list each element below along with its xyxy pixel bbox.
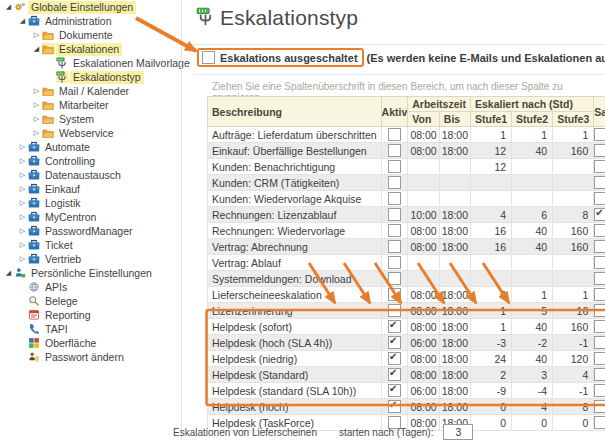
tree-item-einkauf[interactable]: ▷ Einkauf <box>0 182 181 196</box>
cell-von[interactable] <box>408 191 440 207</box>
cell-bis[interactable]: 18:00 <box>439 127 470 143</box>
cell-stufe3[interactable]: 16 <box>553 303 594 319</box>
aktiv-checkbox[interactable] <box>388 176 401 189</box>
cell-stufe2[interactable]: 6 <box>512 207 553 223</box>
cell-stufe1[interactable] <box>470 175 511 191</box>
cell-aktiv-checkbox[interactable] <box>381 303 408 319</box>
cell-stufe3[interactable]: 0 <box>553 415 594 431</box>
tree-item-passwort-ändern[interactable]: Passwort ändern <box>0 350 181 364</box>
table-row[interactable]: Lizenzerinnerung 08:00 18:00 1 5 16 Betr… <box>208 303 605 319</box>
tree-item-ticket[interactable]: ▷ Ticket <box>0 238 181 252</box>
cell-aktiv-checkbox[interactable] <box>381 255 408 271</box>
cell-stufe3[interactable] <box>553 271 594 287</box>
aktiv-checkbox[interactable] <box>388 384 401 397</box>
sa-checkbox[interactable] <box>594 336 605 349</box>
sa-checkbox[interactable] <box>594 320 605 333</box>
cell-von[interactable] <box>408 175 440 191</box>
cell-bis[interactable] <box>439 255 470 271</box>
cell-stufe1[interactable]: 2 <box>470 367 511 383</box>
cell-aktiv-checkbox[interactable] <box>381 351 408 367</box>
cell-sa-checkbox[interactable] <box>594 335 605 351</box>
aktiv-checkbox[interactable] <box>388 160 401 173</box>
tree-item-mycentron[interactable]: ▷ MyCentron <box>0 210 181 224</box>
col-header-aktiv[interactable]: Aktiv <box>381 97 408 127</box>
tree-item-eskalationen-mailvorlage[interactable]: Eskalationen Mailvorlage <box>0 56 181 70</box>
aktiv-checkbox[interactable] <box>388 208 401 221</box>
cell-aktiv-checkbox[interactable] <box>381 207 408 223</box>
table-row[interactable]: Vertrag: Abrechnung 08:00 18:00 16 40 16… <box>208 239 605 255</box>
table-row[interactable]: Kunden: Wiedervorlage Akquise Betrieb <box>208 191 605 207</box>
expander-icon[interactable]: ▷ <box>17 196 28 210</box>
cell-stufe1[interactable]: 16 <box>470 223 511 239</box>
expander-icon[interactable]: ◢ <box>3 0 14 14</box>
cell-von[interactable] <box>408 271 440 287</box>
cell-bis[interactable]: 18:00 <box>439 367 470 383</box>
table-row[interactable]: Aufträge: Lieferdatum überschritten 08:0… <box>208 127 605 143</box>
table-row[interactable]: Lieferscheineeskalation 08:00 18:00 0 1 … <box>208 287 605 303</box>
sa-checkbox[interactable] <box>594 416 605 429</box>
expander-icon[interactable]: ▷ <box>31 126 42 140</box>
cell-aktiv-checkbox[interactable] <box>381 143 408 159</box>
cell-sa-checkbox[interactable] <box>594 255 605 271</box>
sa-checkbox[interactable] <box>594 144 605 157</box>
tree-item-apis[interactable]: APIs <box>0 280 181 294</box>
cell-von[interactable]: 08:00 <box>408 367 440 383</box>
cell-stufe1[interactable]: 4 <box>470 207 511 223</box>
cell-sa-checkbox[interactable] <box>594 175 605 191</box>
cell-stufe2[interactable]: 4 <box>512 399 553 415</box>
tree-item-webservice[interactable]: ▷ Webservice <box>0 126 181 140</box>
cell-bis[interactable]: 18:00 <box>439 207 470 223</box>
cell-stufe2[interactable] <box>512 191 553 207</box>
aktiv-checkbox[interactable] <box>388 288 401 301</box>
cell-bis[interactable]: 18:00 <box>439 287 470 303</box>
cell-stufe1[interactable]: 1 <box>470 127 511 143</box>
cell-aktiv-checkbox[interactable] <box>381 159 408 175</box>
cell-bis[interactable] <box>439 159 470 175</box>
cell-sa-checkbox[interactable] <box>594 207 605 223</box>
cell-bis[interactable] <box>439 271 470 287</box>
cell-stufe3[interactable] <box>553 159 594 175</box>
sa-checkbox[interactable] <box>594 208 605 221</box>
cell-stufe2[interactable]: 1 <box>512 287 553 303</box>
cell-stufe3[interactable]: 160 <box>553 319 594 335</box>
cell-sa-checkbox[interactable] <box>594 399 605 415</box>
aktiv-checkbox[interactable] <box>388 224 401 237</box>
cell-aktiv-checkbox[interactable] <box>381 399 408 415</box>
cell-stufe2[interactable]: 40 <box>512 319 553 335</box>
sa-checkbox[interactable] <box>594 304 605 317</box>
cell-stufe1[interactable]: 1 <box>470 319 511 335</box>
tree-item-mitarbeiter[interactable]: ▷ Mitarbeiter <box>0 98 181 112</box>
cell-stufe2[interactable]: -2 <box>512 335 553 351</box>
cell-aktiv-checkbox[interactable] <box>381 191 408 207</box>
expander-icon[interactable]: ▷ <box>17 210 28 224</box>
table-row[interactable]: Helpdesk (niedrig) 08:00 18:00 24 40 120… <box>208 351 605 367</box>
aktiv-checkbox[interactable] <box>388 304 401 317</box>
cell-von[interactable]: 08:00 <box>408 351 440 367</box>
cell-stufe1[interactable]: -9 <box>470 383 511 399</box>
cell-stufe1[interactable]: 16 <box>470 239 511 255</box>
expander-icon[interactable]: ◢ <box>17 14 28 28</box>
cell-stufe3[interactable]: -1 <box>553 383 594 399</box>
cell-stufe3[interactable]: 160 <box>553 143 594 159</box>
tree-item-administration[interactable]: ◢ Administration <box>0 14 181 28</box>
cell-bis[interactable]: 18:00 <box>439 143 470 159</box>
table-row[interactable]: Helpdesk (hoch (SLA 4h)) 06:00 18:00 -3 … <box>208 335 605 351</box>
cell-von[interactable]: 08:00 <box>408 303 440 319</box>
cell-sa-checkbox[interactable] <box>594 191 605 207</box>
cell-von[interactable]: 08:00 <box>408 287 440 303</box>
cell-stufe1[interactable] <box>470 271 511 287</box>
cell-von[interactable]: 06:00 <box>408 335 440 351</box>
cell-stufe1[interactable]: 12 <box>470 159 511 175</box>
expander-icon[interactable]: ▷ <box>17 154 28 168</box>
cell-von[interactable]: 08:00 <box>408 239 440 255</box>
aktiv-checkbox[interactable] <box>388 144 401 157</box>
expander-icon[interactable]: ◢ <box>31 42 42 56</box>
expander-icon[interactable]: ▷ <box>31 84 42 98</box>
table-row[interactable]: Helpdesk (standard (SLA 10h)) 06:00 18:0… <box>208 383 605 399</box>
table-row[interactable]: Systemmeldungen: Download Betrieb <box>208 271 605 287</box>
cell-stufe3[interactable]: 8 <box>553 207 594 223</box>
sa-checkbox[interactable] <box>594 128 605 141</box>
sa-checkbox[interactable] <box>594 192 605 205</box>
cell-sa-checkbox[interactable] <box>594 351 605 367</box>
col-group-eskaliert-nach-std[interactable]: Eskaliert nach (Std) <box>470 97 593 112</box>
